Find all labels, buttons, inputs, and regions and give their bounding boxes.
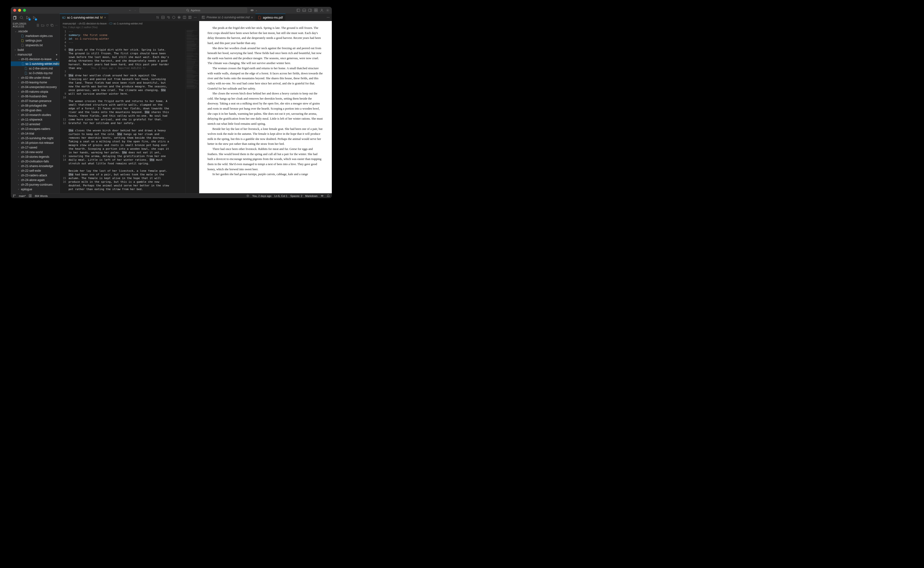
tree-folder[interactable]: ›ch-09-goat-dies: [11, 108, 59, 113]
tree-folder[interactable]: ›ch-11-shipwreck: [11, 117, 59, 122]
more-actions-icon[interactable]: ⋯: [327, 16, 330, 19]
tree-folder[interactable]: ›ch-15-surviving-the-night: [11, 136, 59, 140]
layout-panel-icon[interactable]: [302, 9, 306, 12]
nav-forward-icon[interactable]: →: [134, 9, 136, 12]
tree-folder[interactable]: ›ch-08-privilaged-life: [11, 103, 59, 108]
run-debug-icon[interactable]: 1: [32, 16, 36, 20]
tree-file[interactable]: sc-2-the-storm.md: [11, 66, 59, 71]
tab-sc1[interactable]: sc-1-surviving-winter.md M ×: [60, 14, 109, 21]
split-editor-icon[interactable]: [188, 16, 192, 19]
svg-rect-11: [315, 9, 316, 10]
tree-item-label: ch-10-research-studies: [21, 113, 51, 117]
run-cell-icon[interactable]: [172, 16, 175, 19]
tree-item-label: ch-14-trial: [21, 132, 34, 135]
branch-name[interactable]: main*: [19, 195, 26, 197]
toggle-word-wrap-icon[interactable]: [166, 16, 170, 19]
tree-folder[interactable]: ›ch-21-shares-knowledge: [11, 164, 59, 168]
svg-rect-18: [14, 17, 16, 19]
tree-folder[interactable]: ⌄ch-01-decision-to-leave●: [11, 57, 59, 61]
notifications-icon[interactable]: [327, 194, 330, 197]
customize-layout-icon[interactable]: [314, 9, 318, 12]
tree-folder[interactable]: ›ch-04-unexpected-recovery: [11, 85, 59, 89]
indentation[interactable]: Spaces: 2: [290, 195, 302, 197]
split-down-icon[interactable]: [161, 16, 165, 19]
tree-file[interactable]: sc-3-childs-toy.md: [11, 71, 59, 76]
explorer-icon[interactable]: [13, 16, 17, 20]
cursor-position[interactable]: Ln 6, Col 1: [274, 195, 287, 197]
command-center[interactable]: Ageless: [139, 8, 247, 13]
tab-pdf[interactable]: ageless-ms.pdf: [256, 14, 285, 21]
tree-folder[interactable]: ⌄notes: [11, 192, 59, 193]
new-file-icon[interactable]: [36, 24, 39, 27]
run-icon[interactable]: [177, 16, 181, 19]
close-tab-icon[interactable]: ×: [104, 16, 106, 19]
refresh-icon[interactable]: [46, 24, 49, 27]
layout-sidebar-right-icon[interactable]: [309, 9, 312, 12]
tree-item-label: ch-07-human-presence: [21, 99, 51, 103]
preview-icon: [202, 16, 205, 19]
breadcrumb[interactable]: manuscript › ch-01-decision-to-leave › s…: [60, 21, 199, 26]
collapse-all-icon[interactable]: [50, 24, 54, 27]
tree-folder[interactable]: ›ch-23-raiders-attack: [11, 173, 59, 178]
tree-folder[interactable]: ⌄manuscript●: [11, 52, 59, 57]
tree-folder[interactable]: ›ch-10-research-studies: [11, 113, 59, 117]
tree-folder[interactable]: ›ch-20-civilisation-falls: [11, 159, 59, 164]
tab-preview[interactable]: Preview sc-1-surviving-winter.md ×: [199, 14, 256, 21]
tree-folder[interactable]: ›ch-06-husband-dies: [11, 94, 59, 98]
tree-folder[interactable]: ›epilogue: [11, 187, 59, 192]
close-window-button[interactable]: [13, 9, 16, 12]
tree-folder[interactable]: ›ch-02-life-under-threat: [11, 76, 59, 80]
breadcrumb-seg[interactable]: manuscript: [63, 22, 76, 25]
copilot-icon[interactable]: [250, 8, 254, 12]
breadcrumb-seg[interactable]: ch-01-decision-to-leave: [79, 22, 106, 25]
tab-label: Preview sc-1-surviving-winter.md: [207, 16, 250, 19]
tree-folder[interactable]: ›build: [11, 47, 59, 52]
tree-folder[interactable]: ›ch-16-prision-riot-release: [11, 140, 59, 145]
titlebar: ← → Ageless ⌄: [11, 7, 332, 14]
tree-folder[interactable]: ⌄.vscode: [11, 29, 59, 33]
close-tab-icon[interactable]: ×: [251, 16, 253, 19]
more-actions-icon[interactable]: ⋯: [194, 16, 197, 19]
tree-folder[interactable]: ›ch-17-saved: [11, 145, 59, 150]
minimize-window-button[interactable]: [18, 9, 21, 12]
tree-folder[interactable]: ›ch-12-arrested: [11, 122, 59, 127]
branch-icon[interactable]: [13, 194, 16, 197]
tree-folder[interactable]: ›ch-05-natures-utopia: [11, 89, 59, 94]
book-icon[interactable]: [29, 194, 32, 197]
minimap[interactable]: [185, 29, 199, 193]
tree-file[interactable]: stopwords.txt: [11, 43, 59, 47]
tree-folder[interactable]: ›ch-14-trial: [11, 131, 59, 136]
more-icon[interactable]: ⋯: [55, 24, 57, 27]
tree-file[interactable]: settings.json: [11, 38, 59, 43]
tree-file[interactable]: markdown-styles.css: [11, 33, 59, 38]
tree-folder[interactable]: ›ch-03-leaving-home: [11, 80, 59, 85]
source-control-icon[interactable]: 1: [26, 16, 30, 20]
tree-file[interactable]: sc-1-surviving-winter.mdM: [11, 61, 59, 66]
maximize-window-button[interactable]: [23, 9, 26, 12]
language-mode[interactable]: Markdown: [305, 195, 318, 197]
tree-folder[interactable]: ›ch-13-escapes-raiders: [11, 127, 59, 131]
feedback-icon[interactable]: [321, 194, 324, 197]
tree-item-label: .vscode: [18, 30, 28, 33]
tree-folder[interactable]: ›ch-19-stories-legends: [11, 154, 59, 159]
pdf-preview[interactable]: She prods at the frigid dirt with her st…: [199, 21, 332, 193]
open-preview-icon[interactable]: [183, 16, 186, 19]
new-folder-icon[interactable]: [41, 24, 44, 27]
layout-sidebar-left-icon[interactable]: [296, 9, 300, 12]
gitlens-icon[interactable]: [246, 194, 250, 197]
code-editor[interactable]: 123456 78 910 1112 1314 1516 ---summary:…: [60, 29, 199, 193]
compare-changes-icon[interactable]: [156, 16, 159, 19]
tree-folder[interactable]: ›ch-22-self-exile: [11, 168, 59, 173]
tree-folder[interactable]: ›ch-25-journey-continues: [11, 182, 59, 187]
tree-folder[interactable]: ›ch-18-new-world: [11, 150, 59, 154]
breadcrumb-seg[interactable]: sc-1-surviving-winter.md: [113, 22, 142, 25]
tree-folder[interactable]: ›ch-07-human-presence: [11, 98, 59, 103]
word-count[interactable]: 804 Words: [35, 195, 48, 197]
nav-back-icon[interactable]: ←: [129, 9, 132, 12]
search-panel-icon[interactable]: [20, 16, 24, 20]
blame-status[interactable]: You, 2 days ago: [252, 195, 272, 197]
settings-gear-icon[interactable]: [326, 9, 330, 12]
tree-folder[interactable]: ›ch-24-alone-again: [11, 178, 59, 182]
account-icon[interactable]: [320, 9, 324, 12]
tree-item-label: sc-1-surviving-winter.md: [26, 62, 57, 66]
